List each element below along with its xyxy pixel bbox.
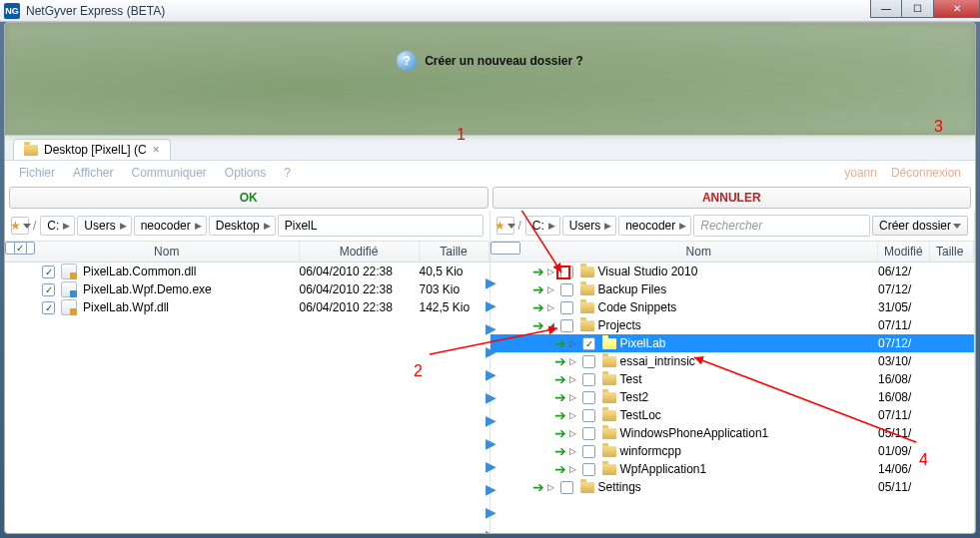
table-row[interactable]: ➔▷winformcpp01/09/	[490, 442, 975, 460]
row-checkbox[interactable]	[582, 373, 595, 386]
crumb-neocoder[interactable]: neocoder▶	[134, 216, 207, 236]
row-checkbox[interactable]	[560, 319, 573, 332]
row-checkbox[interactable]	[582, 427, 595, 440]
table-row[interactable]: ➔◢Projects07/11/	[490, 316, 975, 334]
crumb-desktop[interactable]: Desktop▶	[209, 216, 276, 236]
left-header-modifie[interactable]: Modifié	[300, 242, 420, 262]
expand-icon[interactable]: ▷	[566, 356, 580, 366]
row-checkbox[interactable]	[582, 445, 595, 458]
table-row[interactable]: ➔▷Backup Files07/12/	[490, 280, 975, 298]
row-checkbox[interactable]	[582, 337, 595, 350]
table-row[interactable]: ➔▷Test16/08/	[490, 370, 975, 388]
row-checkbox[interactable]	[42, 301, 55, 314]
table-row[interactable]: ➔▷WindowsPhoneApplication105/11/	[490, 424, 975, 442]
file-name: PixelLab.Wpf.Demo.exe	[83, 282, 212, 296]
expand-icon[interactable]: ▷	[544, 267, 558, 276]
left-header-taille[interactable]: Taille	[420, 242, 490, 262]
expand-icon[interactable]: ▷	[544, 284, 558, 294]
expand-icon[interactable]: ◢	[544, 320, 558, 330]
menu-username[interactable]: yoann	[844, 166, 877, 180]
expand-icon[interactable]: ▷	[544, 302, 558, 312]
transfer-arrow-icon[interactable]: ▶	[483, 481, 500, 497]
transfer-arrow-icon[interactable]: ▶	[483, 274, 500, 290]
tab-desktop[interactable]: Desktop [PixelL] (C ×	[13, 139, 171, 160]
folder-modified: 03/10/	[878, 354, 930, 368]
right-header-nom[interactable]: Nom	[520, 242, 879, 262]
expand-icon[interactable]: ▷	[566, 392, 580, 402]
menu-logout[interactable]: Déconnexion	[891, 166, 961, 180]
left-header-nom[interactable]: Nom	[35, 242, 300, 262]
table-row[interactable]: ➔▷WpfApplication114/06/	[490, 460, 975, 478]
menu-options[interactable]: Options	[225, 166, 266, 180]
table-row[interactable]: ➔▷Visual Studio 201006/12/	[490, 263, 975, 280]
maximize-button[interactable]: ☐	[902, 0, 934, 18]
transfer-arrow-icon[interactable]: ▶	[483, 435, 500, 451]
transfer-arrow-icon[interactable]: ▶	[483, 297, 500, 313]
crumb-users-right[interactable]: Users▶	[562, 216, 616, 236]
crumb-c[interactable]: C:▶	[40, 216, 75, 236]
expand-icon[interactable]: ▷	[566, 464, 580, 474]
row-checkbox[interactable]	[560, 301, 573, 314]
menu-help[interactable]: ?	[284, 166, 291, 180]
menu-fichier[interactable]: Fichier	[19, 166, 55, 180]
transfer-arrow-icon[interactable]: ▶	[483, 504, 500, 520]
expand-icon[interactable]: ▷	[566, 338, 580, 348]
left-path-input[interactable]	[278, 215, 484, 237]
favorites-button[interactable]: ★	[11, 217, 29, 235]
row-checkbox[interactable]	[582, 409, 595, 422]
crumb-users[interactable]: Users▶	[77, 216, 131, 236]
table-row[interactable]: ➔▷Test216/08/	[490, 388, 975, 406]
expand-icon[interactable]: ▷	[566, 428, 580, 438]
transfer-arrow-icon[interactable]: ▶	[483, 412, 500, 428]
row-checkbox[interactable]	[42, 266, 55, 278]
table-row[interactable]: PixelLab.Wpf.Demo.exe06/04/2010 22:38703…	[5, 280, 490, 298]
row-checkbox[interactable]	[582, 463, 595, 476]
table-row[interactable]: ➔▷essai_intrinsic03/10/	[490, 352, 975, 370]
transfer-arrow-icon[interactable]: ▶	[483, 343, 500, 359]
expand-icon[interactable]: ▷	[566, 410, 580, 420]
menubar: Fichier Afficher Communiquer Options ? y…	[5, 161, 975, 185]
favorites-button-right[interactable]: ★	[496, 217, 514, 235]
table-row[interactable]: ➔▷TestLoc07/11/	[490, 406, 975, 424]
table-row[interactable]: ➔▷Settings05/11/	[490, 478, 975, 496]
minimize-button[interactable]: —	[870, 0, 902, 18]
table-row[interactable]: PixelLab.Wpf.dll06/04/2010 22:38142,5 Ki…	[5, 298, 490, 316]
transfer-arrow-icon[interactable]: ▶	[483, 366, 500, 382]
file-modified: 06/04/2010 22:38	[300, 282, 420, 296]
right-pane: ★ / C:▶ Users▶ neocoder▶ Rechercher Crée…	[490, 211, 976, 533]
table-row[interactable]: ➔▷Code Snippets31/05/	[490, 298, 975, 316]
row-checkbox[interactable]	[42, 283, 55, 296]
transfer-arrow-icon[interactable]: ▶	[483, 458, 500, 474]
create-folder-button[interactable]: Créer dossier	[872, 216, 968, 236]
menu-communiquer[interactable]: Communiquer	[131, 166, 206, 180]
folder-modified: 07/11/	[878, 408, 930, 422]
search-input[interactable]: Rechercher	[693, 215, 870, 237]
crumb-c-right[interactable]: C:▶	[525, 216, 560, 236]
row-checkbox[interactable]	[582, 355, 595, 368]
transfer-arrow-icon[interactable]: ▶	[483, 320, 500, 336]
crumb-neocoder-right[interactable]: neocoder▶	[618, 216, 691, 236]
right-header-taille[interactable]: Taille	[930, 242, 974, 262]
row-checkbox[interactable]	[582, 391, 595, 404]
expand-icon[interactable]: ▷	[566, 374, 580, 384]
tab-close-icon[interactable]: ×	[153, 143, 160, 157]
table-row[interactable]: PixelLab.Common.dll06/04/2010 22:3840,5 …	[5, 263, 490, 280]
folder-name: TestLoc	[620, 408, 879, 422]
folder-icon	[602, 338, 616, 349]
transfer-arrow-icon[interactable]: ▶	[483, 389, 500, 405]
right-header-modifie[interactable]: Modifié	[878, 242, 930, 262]
row-checkbox[interactable]	[560, 266, 573, 278]
left-header-checkbox[interactable]	[14, 242, 27, 255]
expand-icon[interactable]: ▷	[566, 446, 580, 456]
ok-button[interactable]: OK	[9, 187, 489, 209]
menu-afficher[interactable]: Afficher	[73, 166, 113, 180]
transfer-arrow-icon[interactable]: ▶	[483, 527, 500, 533]
table-row[interactable]: ➔▷PixelLab07/12/	[490, 334, 975, 352]
close-button[interactable]: ✕	[934, 0, 980, 18]
file-modified: 06/04/2010 22:38	[300, 300, 420, 314]
cancel-button[interactable]: ANNULER	[492, 187, 972, 209]
row-checkbox[interactable]	[560, 283, 573, 296]
expand-icon[interactable]: ▷	[544, 482, 558, 492]
row-checkbox[interactable]	[560, 481, 573, 494]
folder-modified: 07/11/	[878, 318, 930, 332]
